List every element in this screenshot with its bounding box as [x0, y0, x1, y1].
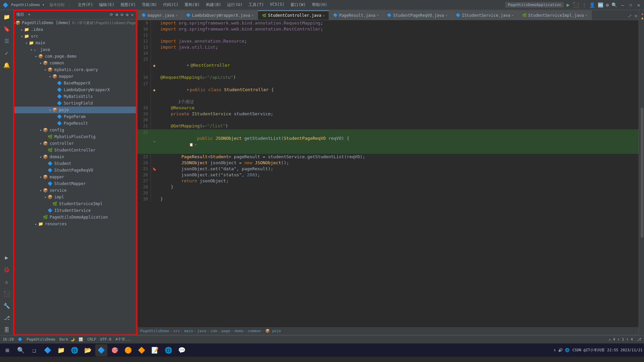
- taskbar-app-11[interactable]: 💬: [176, 344, 188, 356]
- maximize-button[interactable]: ❐: [628, 2, 633, 8]
- breadcrumb-item-2[interactable]: main: [184, 329, 193, 333]
- tree-student-mapper[interactable]: 🔷 StudentMapper: [13, 180, 137, 187]
- run-icon[interactable]: ▶: [1, 252, 12, 263]
- minimize-button[interactable]: —: [620, 2, 625, 8]
- taskbar-app-1[interactable]: 🔷: [42, 344, 54, 356]
- run-config[interactable]: PageUtilsDemoApplication: [505, 2, 564, 8]
- taskbar-app-5[interactable]: 🔷: [95, 344, 107, 356]
- tab-pageresult[interactable]: 🔷 PageResult.java ✕: [329, 10, 383, 20]
- tree-istudent-service[interactable]: 🔷 IStudentService: [13, 207, 137, 214]
- tree-root-item[interactable]: ▾ 📦 PageUtilsDemo [demo] D:\学习素材\PageUti…: [13, 19, 137, 26]
- taskbar-app-10[interactable]: 🌐: [162, 344, 174, 356]
- tree-collapse-icon[interactable]: ⊟: [120, 12, 124, 18]
- problems-icon[interactable]: ⚠: [1, 276, 12, 287]
- tab-studentserviceimpl[interactable]: 🌿 StudentServiceImpl.java ✕: [518, 10, 592, 20]
- tab-pageresult-close[interactable]: ✕: [377, 13, 379, 17]
- tree-impl[interactable]: ▾ 📦 impl: [13, 194, 137, 200]
- tree-pojo[interactable]: ▾ 📦 pojo: [13, 107, 137, 113]
- notification-icon[interactable]: 🔔: [1, 60, 12, 70]
- status-encoding[interactable]: UTF-8: [100, 337, 111, 342]
- breadcrumb-item-4[interactable]: com: [210, 329, 217, 333]
- tree-pageparam[interactable]: 🔷 PageParam: [13, 113, 137, 120]
- tree-student[interactable]: 🔷 Student: [13, 160, 137, 167]
- tree-student-service-impl[interactable]: 🌿 StudentServiceImpl: [13, 200, 137, 207]
- breadcrumb-item-8[interactable]: 📦 pojo: [265, 329, 281, 333]
- status-theme[interactable]: Dark 🌙: [59, 337, 74, 342]
- tree-com-page-demo[interactable]: ▾ 📦 com.page.demo: [13, 53, 137, 60]
- menu-refactor[interactable]: 重构(B): [182, 1, 203, 8]
- more-options-icon[interactable]: ⋮: [582, 2, 587, 8]
- recent-files-icon[interactable]: ≡: [633, 12, 639, 20]
- user-icon[interactable]: 👤: [589, 2, 595, 8]
- taskbar-app-3[interactable]: 🌐: [68, 344, 80, 356]
- tree-close-icon[interactable]: ✕: [130, 12, 134, 18]
- todo-icon[interactable]: ✓: [1, 48, 12, 58]
- tree-base-mapper[interactable]: 🔷 BaseMapperX: [13, 80, 137, 86]
- status-line-ending[interactable]: CRLF: [87, 337, 96, 342]
- tree-main[interactable]: ▾ 📁 main: [13, 40, 137, 46]
- tab-student-controller[interactable]: 🌿 StudentController.java ✕: [258, 10, 329, 20]
- structure-icon[interactable]: ☰: [1, 36, 12, 46]
- breadcrumb-item-3[interactable]: java: [197, 329, 206, 333]
- tree-java[interactable]: ▾ ☕ java: [13, 46, 137, 53]
- tab-lambda-close[interactable]: ✕: [252, 13, 254, 17]
- close-button[interactable]: ✕: [636, 2, 641, 8]
- menu-view[interactable]: 视图(V): [118, 1, 139, 8]
- taskbar-app-4[interactable]: 📂: [82, 344, 94, 356]
- tree-mapper-pkg[interactable]: ▾ 📦 mapper: [13, 73, 137, 80]
- tree-service[interactable]: ▾ 📦 service: [13, 187, 137, 194]
- code-editor[interactable]: 9 import org.springframework.web.bind.an…: [138, 20, 639, 327]
- expand-editor-icon[interactable]: ⤢: [627, 12, 633, 20]
- menu-window[interactable]: 窗口(W): [288, 1, 309, 8]
- tab-iservice-close[interactable]: ✕: [512, 13, 514, 17]
- tree-settings-icon[interactable]: ⚙: [125, 12, 129, 18]
- tab-studentpagereqvo[interactable]: 🔷 StudentPageReqVO.java ✕: [383, 10, 452, 20]
- tree-expand-icon[interactable]: ⊞: [115, 12, 119, 18]
- tab-reqvo-close[interactable]: ✕: [445, 13, 447, 17]
- tree-lambda[interactable]: 🔷 LambdaQueryWrapperX: [13, 86, 137, 93]
- menu-build[interactable]: 构建(B): [203, 1, 224, 8]
- breadcrumb-item-0[interactable]: PageUtilsDemo: [140, 329, 169, 333]
- scrollbar-thumb[interactable]: [641, 108, 643, 238]
- tree-src[interactable]: ▾ 📁 src: [13, 33, 137, 40]
- menu-file[interactable]: 文件(F): [75, 1, 96, 8]
- tab-mapper-close[interactable]: ✕: [175, 13, 177, 17]
- tree-config[interactable]: ▾ 📦 config: [13, 127, 137, 133]
- tree-pageresult[interactable]: 🔷 PageResult: [13, 120, 137, 127]
- taskbar-app-8[interactable]: 🔶: [136, 344, 148, 356]
- terminal-icon[interactable]: ⬛: [1, 288, 12, 299]
- menu-nav[interactable]: 导航(N): [139, 1, 160, 8]
- menu-help[interactable]: 帮助(H): [309, 1, 330, 8]
- tab-impl-close[interactable]: ✕: [585, 13, 587, 17]
- tab-mapper[interactable]: 🔷 mapper.java ✕: [138, 10, 182, 20]
- tree-pageutils-app[interactable]: 🌿 PageUtilsDemoApplication: [13, 214, 137, 221]
- menu-vcs[interactable]: VCS(S): [267, 1, 287, 8]
- translate-icon[interactable]: 🔤: [598, 2, 603, 8]
- breadcrumb-item-7[interactable]: common: [248, 329, 261, 333]
- tree-student-controller[interactable]: 🌿 StudentController: [13, 147, 137, 154]
- task-view-button[interactable]: ❑: [28, 344, 40, 356]
- start-button[interactable]: ⊞: [1, 344, 13, 356]
- debug-icon[interactable]: 🐞: [1, 264, 12, 275]
- database-icon[interactable]: 🗄: [1, 324, 12, 335]
- search-icon[interactable]: 🔍: [611, 2, 617, 8]
- tree-resources[interactable]: ▸ 📁 resources: [13, 221, 137, 227]
- tree-mybatis-utils[interactable]: 🔷 MyBatisUtils: [13, 93, 137, 100]
- tab-istudentservice[interactable]: 🔷 IStudentService.java ✕: [452, 10, 518, 20]
- search-button[interactable]: 🔍: [15, 344, 27, 356]
- breadcrumb-item-5[interactable]: page: [221, 329, 230, 333]
- editor-scrollbar[interactable]: ▲ ▲: [639, 10, 644, 335]
- settings-icon[interactable]: ⚙: [606, 2, 609, 8]
- stop-button[interactable]: ⬛: [573, 2, 579, 8]
- tree-mybatis-query[interactable]: ▾ 📦 mybatis.core.query: [13, 66, 137, 73]
- breadcrumb-item-6[interactable]: demo: [234, 329, 244, 333]
- bookmark-icon[interactable]: 🔖: [1, 23, 12, 34]
- tree-mapper2[interactable]: ▾ 📦 mapper: [13, 174, 137, 180]
- menu-run[interactable]: 运行(U): [224, 1, 245, 8]
- tree-mybatisplus-config[interactable]: 🌿 MybatisPlusConfig: [13, 133, 137, 140]
- menu-edit[interactable]: 编辑(E): [96, 1, 117, 8]
- taskbar-app-2[interactable]: 📁: [55, 344, 67, 356]
- taskbar-app-9[interactable]: 📝: [149, 344, 161, 356]
- services-icon[interactable]: 🔧: [1, 300, 12, 311]
- breadcrumb-item-1[interactable]: src: [173, 329, 180, 333]
